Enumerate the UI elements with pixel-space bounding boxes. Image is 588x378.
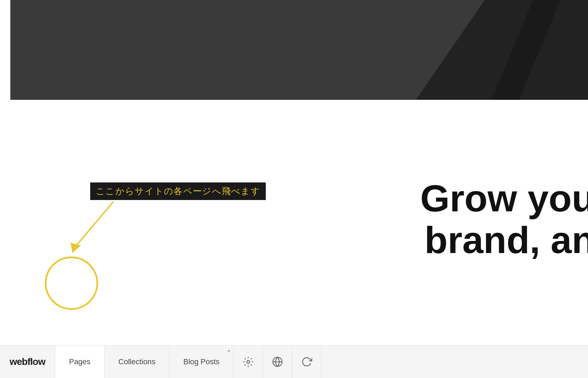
tab-blog-posts-label: Blog Posts [183, 357, 219, 366]
close-icon[interactable]: × [227, 348, 230, 354]
globe-button[interactable] [263, 346, 292, 378]
tab-pages[interactable]: Pages [55, 346, 104, 378]
hero-text-line2: brand, an [420, 219, 588, 261]
hero-text: Grow you brand, an [420, 177, 588, 261]
svg-point-2 [247, 360, 250, 363]
tab-blog-posts[interactable]: × Blog Posts [169, 346, 233, 378]
settings-button[interactable] [234, 346, 263, 378]
toolbar-tabs: Pages Collections × Blog Posts [55, 346, 233, 378]
logo-text: webflow [10, 356, 45, 367]
toolbar-icon-buttons [234, 346, 322, 378]
bottom-toolbar: webflow Pages Collections × Blog Posts [0, 345, 588, 378]
tab-collections[interactable]: Collections [105, 346, 170, 378]
webflow-logo: webflow [0, 346, 55, 378]
tab-collections-label: Collections [118, 357, 156, 366]
settings-icon [243, 356, 254, 367]
refresh-button[interactable] [292, 346, 322, 378]
hero-image [10, 0, 588, 100]
globe-icon [272, 356, 283, 367]
annotation-text: ここからサイトの各ページへ飛べます [90, 182, 266, 200]
hero-text-line1: Grow you [420, 177, 588, 219]
refresh-icon [301, 356, 312, 367]
tab-pages-label: Pages [69, 357, 90, 366]
